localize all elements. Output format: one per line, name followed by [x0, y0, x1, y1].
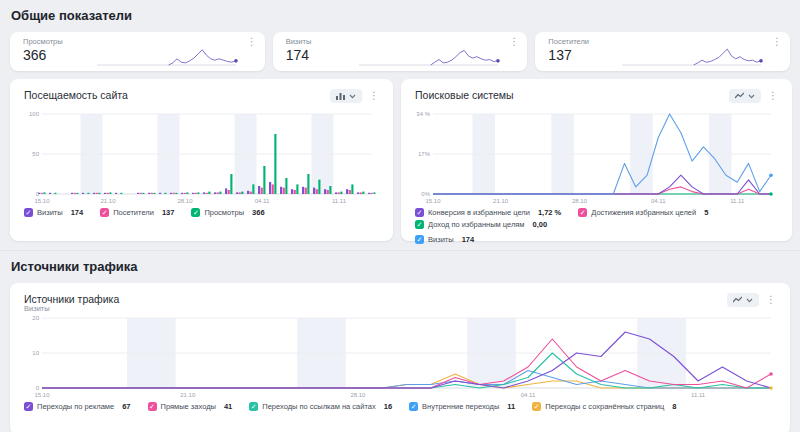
visitors-sparkline: [620, 42, 768, 68]
legend-label: Конверсия в избранные цели: [428, 208, 530, 217]
legend-item-revenue[interactable]: ✓ Доход по избранным целям 0,00: [415, 220, 547, 229]
charts-row: Посещаемость сайта ⋮ 05010015.1021.1028.…: [10, 79, 790, 241]
svg-text:28.10: 28.10: [177, 198, 193, 204]
line-chart-icon: [735, 92, 744, 100]
checkbox-icon[interactable]: ✓: [578, 208, 587, 217]
checkbox-icon[interactable]: ✓: [100, 208, 109, 217]
kpi-value: 174: [286, 47, 309, 63]
legend-item-visitors[interactable]: ✓ Посетители 137: [100, 208, 174, 217]
legend-label: Внутренние переходы: [422, 402, 499, 411]
kpi-label: Просмотры: [23, 37, 63, 46]
checkbox-icon[interactable]: ✓: [409, 402, 418, 411]
kebab-menu-icon[interactable]: ⋮: [509, 37, 519, 47]
checkbox-icon[interactable]: ✓: [24, 402, 33, 411]
chevron-down-icon: [746, 298, 753, 303]
svg-text:04.11: 04.11: [521, 392, 536, 398]
legend-item-ads[interactable]: ✓ Переходы по рекламе 67: [24, 402, 131, 411]
svg-text:20: 20: [32, 315, 39, 321]
kpi-row: Просмотры 366 ⋮ Визиты 174 ⋮ Посетители …: [10, 32, 790, 71]
section-title-sources: Источники трафика: [11, 259, 790, 274]
legend-label: Прямые заходы: [161, 402, 216, 411]
legend-item-goals[interactable]: ✓ Достижения избранных целей 5: [578, 208, 708, 217]
legend-label: Переходы по рекламе: [37, 402, 114, 411]
kebab-menu-icon[interactable]: ⋮: [772, 37, 782, 47]
checkbox-icon[interactable]: ✓: [415, 208, 424, 217]
svg-text:11.11: 11.11: [730, 198, 745, 204]
kebab-menu-icon[interactable]: ⋮: [369, 91, 379, 101]
legend-label: Просмотры: [204, 208, 244, 217]
dashboard: Общие показатели Просмотры 366 ⋮ Визиты …: [0, 0, 800, 432]
checkbox-icon[interactable]: ✓: [191, 208, 200, 217]
legend-item-conversion[interactable]: ✓ Конверсия в избранные цели 1,72 %: [415, 208, 561, 217]
svg-text:34 %: 34 %: [416, 111, 430, 117]
svg-text:50: 50: [32, 151, 39, 157]
legend-label: Переходы с сохранённых страниц: [545, 402, 664, 411]
site-traffic-legend: ✓ Визиты 174 ✓ Посетители 137 ✓ Просмотр…: [24, 208, 379, 217]
legend-value: 41: [224, 402, 232, 411]
legend-item-visits[interactable]: ✓ Визиты 174: [24, 208, 83, 217]
search-engines-card: Поисковые системы ⋮ 0%17%34 %15.1021.102…: [401, 79, 792, 241]
legend-item-site-links[interactable]: ✓ Переходы по ссылкам на сайтах 16: [249, 402, 392, 411]
legend-value: 16: [384, 402, 392, 411]
svg-text:15.10: 15.10: [34, 198, 50, 204]
legend-value: 174: [71, 208, 84, 217]
kpi-card-visits[interactable]: Визиты 174 ⋮: [273, 32, 528, 71]
legend-label: Переходы по ссылкам на сайтах: [262, 402, 375, 411]
traffic-sources-card: Источники трафика Визиты ⋮ 0102015.1021.…: [10, 283, 790, 432]
svg-text:21.10: 21.10: [100, 198, 116, 204]
kpi-value: 366: [23, 47, 46, 63]
legend-label: Доход по избранным целям: [428, 220, 525, 229]
card-title: Посещаемость сайта: [24, 89, 128, 101]
checkbox-icon[interactable]: ✓: [415, 220, 424, 229]
svg-text:0: 0: [36, 385, 40, 391]
svg-text:21.10: 21.10: [180, 392, 196, 398]
legend-value: 137: [162, 208, 175, 217]
traffic-sources-legend: ✓ Переходы по рекламе 67 ✓ Прямые заходы…: [24, 402, 776, 411]
bar-chart-icon: [336, 92, 345, 100]
section-title-overview: Общие показатели: [11, 8, 790, 23]
legend-item-saved-pages[interactable]: ✓ Переходы с сохранённых страниц 8: [532, 402, 676, 411]
svg-text:11.11: 11.11: [691, 392, 706, 398]
legend-value: 0,00: [533, 220, 548, 229]
kebab-menu-icon[interactable]: ⋮: [766, 295, 776, 305]
svg-text:15.10: 15.10: [34, 392, 50, 398]
legend-label: Визиты: [428, 235, 454, 244]
chart-type-selector[interactable]: [727, 293, 759, 307]
svg-text:28.10: 28.10: [572, 198, 588, 204]
checkbox-icon[interactable]: ✓: [24, 208, 33, 217]
kebab-menu-icon[interactable]: ⋮: [768, 91, 778, 101]
visits-sparkline: [357, 42, 505, 68]
section-divider: [0, 250, 800, 251]
svg-text:10: 10: [32, 350, 39, 356]
legend-item-visits[interactable]: ✓ Визиты 174: [415, 235, 474, 244]
checkbox-icon[interactable]: ✓: [415, 235, 424, 244]
legend-item-direct[interactable]: ✓ Прямые заходы 41: [148, 402, 233, 411]
svg-text:11.11: 11.11: [332, 198, 347, 204]
search-engines-chart: 0%17%34 %15.1021.1028.1004.1111.11: [415, 109, 778, 205]
chevron-down-icon: [349, 94, 356, 99]
line-chart-icon: [733, 296, 742, 304]
checkbox-icon[interactable]: ✓: [148, 402, 157, 411]
kebab-menu-icon[interactable]: ⋮: [247, 37, 257, 47]
kpi-card-views[interactable]: Просмотры 366 ⋮: [10, 32, 265, 71]
legend-label: Визиты: [37, 208, 63, 217]
chart-type-selector[interactable]: [330, 89, 362, 103]
legend-label: Достижения избранных целей: [591, 208, 696, 217]
kpi-label: Посетители: [548, 37, 589, 46]
checkbox-icon[interactable]: ✓: [532, 402, 541, 411]
legend-value: 11: [507, 402, 515, 411]
svg-text:15.10: 15.10: [425, 198, 441, 204]
svg-text:17%: 17%: [418, 151, 431, 157]
svg-text:21.10: 21.10: [493, 198, 509, 204]
kpi-card-visitors[interactable]: Посетители 137 ⋮: [535, 32, 790, 71]
legend-item-views[interactable]: ✓ Просмотры 366: [191, 208, 264, 217]
chart-type-selector[interactable]: [729, 89, 761, 103]
card-subtitle: Визиты: [24, 304, 119, 313]
svg-text:04.11: 04.11: [255, 198, 270, 204]
legend-value: 1,72 %: [538, 208, 561, 217]
legend-item-internal[interactable]: ✓ Внутренние переходы 11: [409, 402, 515, 411]
svg-text:0%: 0%: [421, 191, 430, 197]
checkbox-icon[interactable]: ✓: [249, 402, 258, 411]
search-engines-legend: ✓ Конверсия в избранные цели 1,72 % ✓ До…: [415, 208, 778, 244]
svg-text:100: 100: [29, 111, 40, 117]
